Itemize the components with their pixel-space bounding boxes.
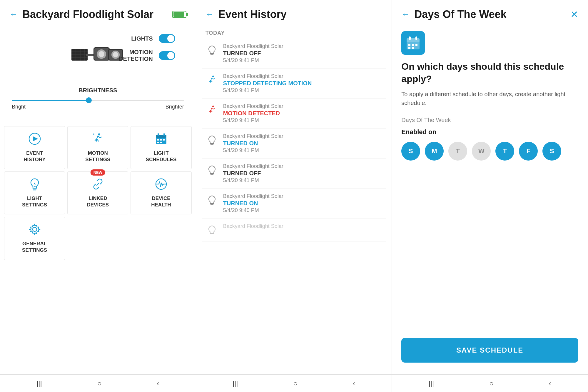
menu-item-light-schedules[interactable]: LIGHTSCHEDULES	[131, 126, 191, 169]
svg-marker-17	[33, 136, 38, 141]
days-of-week-panel: ← Days Of The Week ✕ On which days shoul…	[392, 0, 588, 392]
nav-bars[interactable]: |||	[36, 379, 42, 388]
lights-control: LIGHTS	[119, 34, 175, 43]
svg-rect-48	[415, 36, 417, 40]
event-history-header: ← Event History	[196, 0, 392, 25]
motion-label: MOTIONDETECTION	[119, 49, 153, 62]
motion-settings-label: MOTIONSETTINGS	[85, 150, 110, 163]
event-time: 5/4/20 9:40 PM	[223, 207, 382, 213]
event-status: TURNED OFF	[223, 50, 382, 57]
svg-point-36	[212, 76, 214, 77]
event-device: Backyard Floodlight Solar	[223, 43, 382, 49]
lights-label: LIGHTS	[131, 35, 153, 42]
event-item: Backyard Floodlight Solar STOPPED DETECT…	[202, 69, 386, 99]
nav-bars-2[interactable]: |||	[233, 379, 238, 388]
back-button[interactable]: ←	[9, 10, 18, 19]
day-tuesday[interactable]: T	[448, 142, 467, 161]
brightness-slider[interactable]	[12, 100, 184, 101]
calendar-icon-large	[401, 31, 425, 55]
bulb-partial-icon	[206, 224, 218, 237]
days-header: ← Days Of The Week ✕	[392, 0, 588, 25]
menu-item-light-settings[interactable]: LIGHTSETTINGS	[4, 171, 65, 214]
event-history-title: Event History	[218, 8, 382, 21]
motion-stop-icon	[206, 74, 218, 87]
bulb-on-icon	[206, 194, 218, 207]
motion-toggle[interactable]	[159, 51, 175, 60]
svg-rect-25	[160, 139, 162, 141]
light-schedules-label: LIGHTSCHEDULES	[146, 150, 177, 163]
menu-item-linked-devices[interactable]: NEW LINKEDDEVICES	[67, 171, 128, 214]
general-settings-label: GENERALSETTINGS	[22, 241, 47, 253]
days-title: Days Of The Week	[414, 8, 566, 21]
day-friday[interactable]: F	[519, 142, 538, 161]
menu-item-event-history[interactable]: EVENTHISTORY	[4, 126, 65, 169]
menu-item-general-settings[interactable]: GENERALSETTINGS	[4, 217, 65, 260]
svg-point-11	[98, 51, 104, 57]
brightness-label: BRIGHTNESS	[12, 87, 184, 94]
event-device: Backyard Floodlight Solar	[223, 103, 382, 109]
nav-home[interactable]: ○	[97, 379, 102, 388]
event-device: Backyard Floodlight Solar	[223, 223, 382, 229]
days-section-label: Days Of The Week	[392, 117, 588, 124]
close-button[interactable]: ✕	[570, 10, 578, 19]
event-device: Backyard Floodlight Solar	[223, 133, 382, 139]
nav-bars-3[interactable]: |||	[428, 379, 434, 388]
lights-toggle[interactable]	[159, 34, 175, 43]
device-header: ← Backyard Floodlight Solar	[0, 0, 196, 25]
svg-rect-23	[163, 133, 165, 136]
event-list: Backyard Floodlight Solar TURNED OFF 5/4…	[196, 39, 392, 374]
bulb-off-icon	[206, 164, 218, 177]
event-content: Backyard Floodlight Solar MOTION DETECTE…	[223, 103, 382, 124]
day-saturday[interactable]: S	[542, 142, 561, 161]
save-schedule-button[interactable]: SAVE SCHEDULE	[401, 338, 578, 363]
event-content: Backyard Floodlight Solar TURNED OFF 5/4…	[223, 43, 382, 64]
svg-rect-47	[409, 36, 411, 40]
event-history-label: EVENTHISTORY	[24, 150, 46, 163]
event-content: Backyard Floodlight Solar STOPPED DETECT…	[223, 73, 382, 94]
svg-point-37	[212, 106, 214, 107]
event-time: 5/4/20 9:41 PM	[223, 87, 382, 94]
device-health-label: DEVICEHEALTH	[151, 195, 171, 208]
svg-rect-22	[158, 133, 159, 136]
event-status: MOTION DETECTED	[223, 110, 382, 117]
bulb-off-icon	[206, 44, 218, 57]
svg-rect-53	[412, 47, 414, 49]
brightness-min: Bright	[12, 104, 26, 110]
today-label: TODAY	[196, 25, 392, 39]
device-image-area: LIGHTS MOTIONDETECTION	[0, 25, 196, 81]
bulb-icon	[28, 178, 41, 192]
svg-rect-27	[157, 142, 159, 143]
event-device: Backyard Floodlight Solar	[223, 73, 382, 79]
play-circle-icon	[28, 132, 41, 147]
gear-icon	[28, 223, 41, 238]
pulse-icon	[155, 178, 168, 192]
nav-home-2[interactable]: ○	[293, 379, 298, 388]
svg-rect-46	[407, 38, 420, 42]
day-monday[interactable]: M	[425, 142, 444, 161]
nav-back-3[interactable]: ‹	[549, 379, 551, 388]
event-time: 5/4/20 9:41 PM	[223, 147, 382, 154]
svg-rect-24	[157, 139, 159, 141]
event-time: 5/4/20 9:41 PM	[223, 57, 382, 64]
event-time: 5/4/20 9:41 PM	[223, 177, 382, 184]
days-row: S M T W T F S	[392, 142, 588, 161]
menu-item-motion-settings[interactable]: MOTIONSETTINGS	[67, 126, 128, 169]
nav-back-2[interactable]: ‹	[353, 379, 355, 388]
motion-detected-icon	[206, 104, 218, 117]
day-thursday[interactable]: T	[495, 142, 514, 161]
event-item: Backyard Floodlight Solar TURNED OFF 5/4…	[202, 39, 386, 69]
new-badge: NEW	[91, 169, 105, 176]
motion-control: MOTIONDETECTION	[119, 49, 175, 62]
event-status-turned-on-2: TURNED ON	[223, 200, 382, 207]
day-sunday[interactable]: S	[401, 142, 420, 161]
event-history-back-button[interactable]: ←	[206, 10, 214, 19]
event-history-panel: ← Event History TODAY Backyard Floodligh…	[196, 0, 392, 392]
nav-home-3[interactable]: ○	[489, 379, 494, 388]
day-wednesday[interactable]: W	[472, 142, 491, 161]
event-content: Backyard Floodlight Solar TURNED ON 5/4/…	[223, 133, 382, 154]
days-back-button[interactable]: ←	[401, 10, 410, 19]
menu-item-device-health[interactable]: DEVICEHEALTH	[131, 171, 191, 214]
event-item: Backyard Floodlight Solar TURNED OFF 5/4…	[202, 159, 386, 189]
nav-back[interactable]: ‹	[157, 379, 159, 388]
menu-grid: EVENTHISTORY MOTIONSETTINGS	[0, 119, 196, 267]
